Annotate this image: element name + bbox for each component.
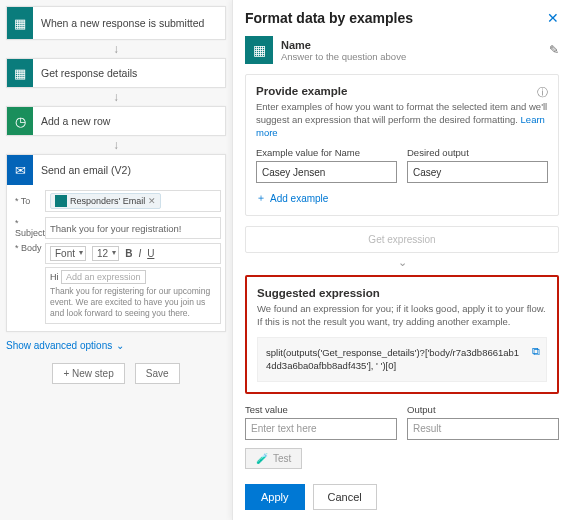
flow-canvas: ▦ When a new response is submitted ↓ ▦ G…	[0, 0, 232, 520]
arrow-down-icon: ↓	[113, 138, 119, 152]
subject-field[interactable]: Thank you for your registration!	[45, 217, 221, 239]
flow-step-title: Send an email (V2)	[33, 164, 131, 176]
save-button[interactable]: Save	[135, 363, 180, 384]
suggested-title: Suggested expression	[257, 287, 547, 299]
arrow-down-icon: ↓	[113, 90, 119, 104]
cancel-button[interactable]: Cancel	[313, 484, 377, 510]
dataverse-icon: ◷	[7, 107, 33, 135]
provide-title: Provide example	[256, 85, 548, 97]
field-name: Name	[281, 39, 541, 51]
body-label: * Body	[11, 243, 45, 253]
expression-code: split(outputs('Get_response_details')?['…	[257, 337, 547, 382]
flow-step-send-email: ✉ Send an email (V2) * To Responders' Em…	[6, 154, 226, 332]
test-button[interactable]: 🧪 Test	[245, 448, 302, 469]
subject-label: * Subject	[11, 218, 45, 238]
show-advanced-options[interactable]: Show advanced options ⌄	[6, 340, 124, 351]
to-label: * To	[11, 196, 45, 206]
suggested-desc: We found an expression for you; if it lo…	[257, 303, 547, 329]
font-select[interactable]: Font	[50, 246, 86, 261]
add-expression-pill[interactable]: Add an expression	[61, 270, 146, 284]
info-icon[interactable]: ⓘ	[537, 85, 548, 100]
provide-example-card: ⓘ Provide example Enter examples of how …	[245, 74, 559, 216]
add-example-button[interactable]: ＋ Add example	[256, 191, 328, 205]
example-value-input[interactable]	[256, 161, 397, 183]
to-field[interactable]: Responders' Email ✕	[45, 190, 221, 212]
chevron-down-icon[interactable]: ⌄	[398, 256, 407, 268]
apply-button[interactable]: Apply	[245, 484, 305, 510]
flow-step-trigger[interactable]: ▦ When a new response is submitted	[6, 6, 226, 40]
font-size-select[interactable]: 12	[92, 246, 119, 261]
example-value-label: Example value for Name	[256, 147, 397, 158]
forms-icon: ▦	[245, 36, 273, 64]
get-expression-button: Get expression	[245, 226, 559, 253]
chevron-down-icon: ⌄	[116, 340, 124, 351]
outlook-icon: ✉	[7, 155, 33, 185]
body-preview-text: Thank you for registering for our upcomi…	[50, 286, 216, 319]
test-value-input[interactable]	[245, 418, 397, 440]
forms-icon	[55, 195, 67, 207]
token-label: Responders' Email	[70, 196, 145, 206]
desired-output-input[interactable]	[407, 161, 548, 183]
flow-step-title: Add a new row	[33, 115, 110, 127]
remove-token-icon[interactable]: ✕	[148, 196, 156, 206]
output-field	[407, 418, 559, 440]
panel-title: Format data by examples	[245, 10, 413, 26]
arrow-down-icon: ↓	[113, 42, 119, 56]
copy-icon[interactable]: ⧉	[532, 344, 540, 359]
underline-button[interactable]: U	[147, 248, 154, 259]
flow-step-title: Get response details	[33, 67, 137, 79]
output-label: Output	[407, 404, 559, 415]
provide-desc: Enter examples of how you want to format…	[256, 101, 548, 139]
new-step-button[interactable]: + New step	[52, 363, 124, 384]
format-data-panel: Format data by examples ✕ ▦ Name Answer …	[232, 0, 571, 520]
forms-icon: ▦	[7, 59, 33, 87]
body-editor[interactable]: Hi Add an expression Thank you for regis…	[45, 267, 221, 324]
flow-step-add-row[interactable]: ◷ Add a new row	[6, 106, 226, 136]
email-step-header[interactable]: ✉ Send an email (V2)	[7, 155, 225, 185]
flow-step-title: When a new response is submitted	[33, 17, 204, 29]
bold-button[interactable]: B	[125, 248, 132, 259]
rich-text-toolbar: Font 12 B I U	[45, 243, 221, 264]
forms-icon: ▦	[7, 7, 33, 39]
field-subtitle: Answer to the question above	[281, 51, 541, 62]
edit-icon[interactable]: ✎	[549, 43, 559, 57]
dynamic-token-responders-email[interactable]: Responders' Email ✕	[50, 193, 161, 209]
suggested-expression-card: Suggested expression We found an express…	[245, 275, 559, 393]
desired-output-label: Desired output	[407, 147, 548, 158]
close-icon[interactable]: ✕	[547, 10, 559, 26]
test-value-label: Test value	[245, 404, 397, 415]
italic-button[interactable]: I	[138, 248, 141, 259]
flow-step-get-response[interactable]: ▦ Get response details	[6, 58, 226, 88]
